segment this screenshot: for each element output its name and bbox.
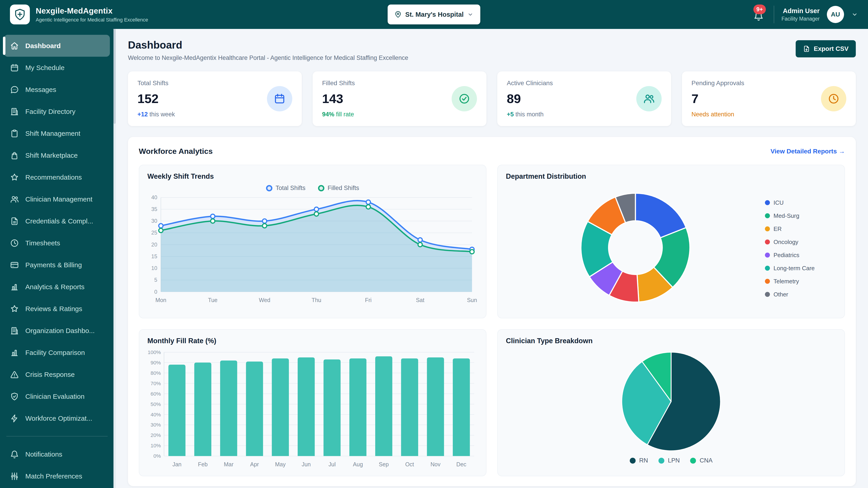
sidebar-item-clinician-evaluation[interactable]: Clinician Evaluation <box>4 385 110 408</box>
bar-Mar <box>220 361 237 456</box>
legend-item-telemetry[interactable]: Telemetry <box>765 278 836 285</box>
notifications-button[interactable]: 9+ <box>752 7 767 22</box>
legend-item-icu[interactable]: ICU <box>765 199 836 206</box>
svg-text:0: 0 <box>154 289 157 295</box>
sidebar-item-payments-billing[interactable]: Payments & Billing <box>4 254 110 276</box>
sidebar-item-label: Timesheets <box>25 239 60 247</box>
line-chart-legend: Total ShiftsFilled Shifts <box>147 185 478 192</box>
sidebar-item-dashboard[interactable]: Dashboard <box>4 35 110 57</box>
stat-card-active-clinicians: Active Clinicians89+5 this month <box>497 71 671 126</box>
legend-ring-icon <box>266 185 272 191</box>
legend-item-oncology[interactable]: Oncology <box>765 238 836 246</box>
legend-item-pediatrics[interactable]: Pediatrics <box>765 252 836 259</box>
sidebar-item-reviews-ratings[interactable]: Reviews & Ratings <box>4 298 110 320</box>
legend-item-total-shifts[interactable]: Total Shifts <box>266 185 305 192</box>
stat-value: 143 <box>322 91 355 106</box>
sidebar-item-messages[interactable]: Messages <box>4 78 110 101</box>
legend-dot-icon <box>765 279 770 284</box>
sidebar-item-crisis-response[interactable]: Crisis Response <box>4 363 110 385</box>
sidebar-item-label: Match Preferences <box>25 473 82 480</box>
legend-dot-icon <box>765 200 770 205</box>
sidebar-item-notifications[interactable]: Notifications <box>4 443 110 465</box>
svg-text:Apr: Apr <box>250 461 259 467</box>
building-icon <box>10 107 19 116</box>
sidebar-item-shift-management[interactable]: Shift Management <box>4 123 110 144</box>
legend-label: Pediatrics <box>774 252 799 259</box>
facility-selector[interactable]: St. Mary's Hospital <box>388 4 480 24</box>
sidebar-item-label: Analytics & Reports <box>25 283 85 291</box>
file-text-icon <box>10 217 19 226</box>
legend-item-long-term-care[interactable]: Long-term Care <box>765 265 836 272</box>
legend-item-med-surg[interactable]: Med-Surg <box>765 213 836 219</box>
sidebar-item-label: Shift Marketplace <box>25 152 78 159</box>
svg-text:Sun: Sun <box>467 297 477 303</box>
svg-text:Jan: Jan <box>173 461 182 467</box>
sidebar-item-settings[interactable]: Settings <box>4 487 110 488</box>
view-detailed-reports-link[interactable]: View Detailed Reports → <box>771 148 845 155</box>
legend-dot-icon <box>765 239 770 245</box>
legend-item-filled-shifts[interactable]: Filled Shifts <box>318 185 359 192</box>
bar-May <box>272 358 289 456</box>
chevron-down-icon[interactable] <box>851 11 858 18</box>
sidebar-item-label: Recommendations <box>25 173 82 181</box>
sidebar-item-my-schedule[interactable]: My Schedule <box>4 57 110 78</box>
bar-Dec <box>453 358 470 456</box>
monthly-fill-rate-chart: 0%10%20%30%40%50%60%70%80%90%100%JanFebM… <box>147 349 478 470</box>
legend-label: Filled Shifts <box>328 185 359 192</box>
shield-plus-icon <box>13 8 26 21</box>
legend-label: ICU <box>774 199 784 206</box>
user-role: Facility Manager <box>781 16 819 22</box>
avatar[interactable]: AU <box>827 6 844 23</box>
svg-text:15: 15 <box>151 253 157 259</box>
sidebar-item-organization-dashbo[interactable]: Organization Dashbo... <box>4 320 110 341</box>
legend-label: CNA <box>700 457 712 464</box>
sidebar-item-match-preferences[interactable]: Match Preferences <box>4 465 110 487</box>
stat-delta-part: +5 <box>507 111 514 118</box>
bar-chart-icon <box>10 348 19 357</box>
svg-text:40: 40 <box>151 194 157 200</box>
star-icon <box>10 173 19 182</box>
sidebar-item-shift-marketplace[interactable]: Shift Marketplace <box>4 144 110 166</box>
clipboard-icon <box>10 129 19 138</box>
bar-Nov <box>427 357 444 456</box>
monthly-fill-rate-panel: Monthly Fill Rate (%) 0%10%20%30%40%50%6… <box>139 329 487 476</box>
stat-label: Pending Approvals <box>691 79 744 87</box>
sidebar-item-credentials-compl[interactable]: Credentials & Compl... <box>4 210 110 232</box>
sidebar-item-timesheets[interactable]: Timesheets <box>4 232 110 254</box>
export-csv-button[interactable]: Export CSV <box>796 40 856 57</box>
bar-Aug <box>349 358 366 456</box>
main-content: Dashboard Welcome to Nexgile-MedAgentix … <box>116 29 868 488</box>
legend-item-cna[interactable]: CNA <box>690 457 712 464</box>
sidebar-item-analytics-reports[interactable]: Analytics & Reports <box>4 276 110 298</box>
sidebar-item-facility-comparison[interactable]: Facility Comparison <box>4 341 110 363</box>
legend-label: ER <box>774 225 782 232</box>
shopping-bag-icon <box>10 151 19 160</box>
stat-delta-part: this week <box>148 111 175 118</box>
legend-item-other[interactable]: Other <box>765 291 836 298</box>
legend-label: Telemetry <box>774 278 799 285</box>
legend-item-er[interactable]: ER <box>765 225 836 232</box>
stat-value: 89 <box>507 91 553 106</box>
sidebar-item-workforce-optimizat[interactable]: Workforce Optimizat... <box>4 408 110 429</box>
app-logo <box>10 4 30 24</box>
sidebar-item-facility-directory[interactable]: Facility Directory <box>4 101 110 123</box>
department-donut-svg <box>575 188 696 310</box>
clinician-type-breakdown-panel: Clinician Type Breakdown RNLPNCNA <box>497 329 845 476</box>
sidebar-scrollbar[interactable] <box>114 29 116 488</box>
svg-text:35: 35 <box>151 206 157 212</box>
chart-title: Department Distribution <box>506 172 836 181</box>
sidebar-item-clinician-management[interactable]: Clinician Management <box>4 188 110 210</box>
svg-text:Fri: Fri <box>365 297 372 303</box>
sidebar-item-label: Reviews & Ratings <box>25 305 82 313</box>
sidebar-item-label: Crisis Response <box>25 371 74 379</box>
legend-item-lpn[interactable]: LPN <box>658 457 680 464</box>
legend-label: Total Shifts <box>276 185 305 192</box>
clock-icon <box>821 86 846 111</box>
star-icon <box>10 304 19 313</box>
legend-item-rn[interactable]: RN <box>630 457 648 464</box>
user-info[interactable]: Admin User Facility Manager <box>781 7 819 22</box>
stat-delta: +12 this week <box>137 111 175 118</box>
sidebar-item-recommendations[interactable]: Recommendations <box>4 166 110 188</box>
brand: Nexgile-MedAgentix Agentic Intelligence … <box>10 4 148 24</box>
svg-text:Jun: Jun <box>302 461 311 467</box>
